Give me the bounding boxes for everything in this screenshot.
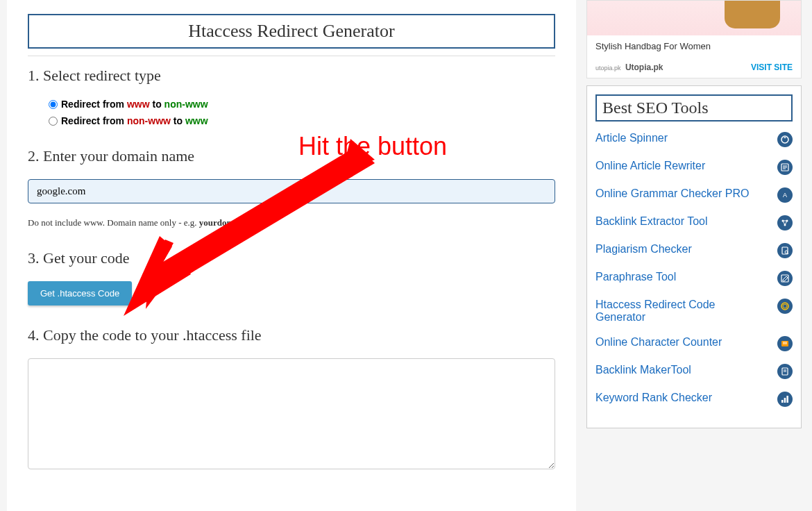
svg-marker-3: [124, 236, 191, 316]
radio-option-www-to-nonwww[interactable]: Redirect from www to non-www: [49, 99, 555, 110]
grammar-icon: A: [777, 187, 793, 203]
ad-footer: utopia.pk Utopia.pk VISIT SITE: [587, 57, 801, 78]
radio-label-1: Redirect from www to non-www: [61, 99, 208, 110]
svg-marker-5: [784, 137, 786, 138]
backlink-icon: [777, 215, 793, 231]
svg-rect-30: [786, 396, 788, 403]
ad-brand: utopia.pk Utopia.pk: [595, 62, 663, 72]
rank-icon: [777, 392, 793, 407]
tool-link[interactable]: Online Article Rewriter: [595, 160, 705, 172]
domain-hint: Do not include www. Domain name only - e…: [28, 217, 555, 228]
tool-item[interactable]: Article Spinner: [595, 132, 793, 147]
radio-option-nonwww-to-www[interactable]: Redirect from non-www to www: [49, 115, 555, 126]
tools-heading-box: Best SEO Tools: [595, 94, 793, 122]
tools-heading: Best SEO Tools: [602, 99, 786, 117]
tool-link[interactable]: Backlink MakerTool: [595, 364, 691, 376]
maker-icon: [777, 364, 793, 379]
tool-link[interactable]: Online Grammar Checker PRO: [595, 187, 749, 200]
svg-rect-28: [781, 400, 784, 403]
htaccess-output[interactable]: [28, 358, 555, 469]
tool-item[interactable]: Paraphrase Tool: [595, 271, 793, 286]
svg-line-15: [783, 221, 785, 225]
svg-line-16: [785, 221, 787, 225]
get-htaccess-button[interactable]: Get .htaccess Code: [28, 281, 132, 305]
tool-link[interactable]: Article Spinner: [595, 132, 668, 144]
plagiarism-icon: [777, 243, 793, 258]
spinner-icon: [777, 132, 793, 147]
tool-item[interactable]: Backlink Extractor Tool: [595, 215, 793, 231]
tool-link[interactable]: Htaccess Redirect Code Generator: [595, 299, 755, 324]
ad-text: Stylish Handbag For Women: [587, 35, 801, 57]
svg-rect-29: [784, 398, 786, 403]
visit-site-link[interactable]: VISIT SITE: [751, 62, 793, 72]
sidebar: Stylish Handbag For Women utopia.pk Utop…: [586, 0, 802, 511]
step2-heading: 2. Enter your domain name: [28, 147, 555, 165]
rewrite-icon: [777, 160, 793, 175]
page-title-box: Htaccess Redirect Generator: [28, 14, 555, 49]
radio-www-to-nonwww[interactable]: [49, 100, 58, 109]
tool-item[interactable]: Plagiarism Checker: [595, 243, 793, 258]
radio-label-2: Redirect from non-www to www: [61, 115, 208, 126]
ad-banner[interactable]: Stylish Handbag For Women utopia.pk Utop…: [586, 0, 802, 78]
tool-link[interactable]: Paraphrase Tool: [595, 271, 676, 283]
tool-item[interactable]: Htaccess Redirect Code Generator: [595, 299, 793, 324]
handbag-icon: [725, 0, 780, 28]
tool-item[interactable]: Online Article Rewriter: [595, 160, 793, 175]
step1-heading: 1. Select redirect type: [28, 67, 555, 85]
tool-item[interactable]: Backlink MakerTool: [595, 364, 793, 379]
paraphrase-icon: [777, 271, 793, 286]
tools-list: Article SpinnerOnline Article RewriterOn…: [595, 132, 793, 407]
domain-input[interactable]: [28, 179, 555, 203]
tool-link[interactable]: Backlink Extractor Tool: [595, 215, 708, 228]
step4-heading: 4. Copy the code to your .htaccess file: [28, 326, 555, 344]
counter-icon: [777, 336, 793, 351]
page-title: Htaccess Redirect Generator: [35, 21, 548, 42]
step3-heading: 3. Get your code: [28, 249, 555, 267]
main-content: Htaccess Redirect Generator 1. Select re…: [7, 0, 576, 511]
ad-image: [587, 1, 801, 35]
redirect-icon: [777, 299, 793, 314]
tool-item[interactable]: Keyword Rank Checker: [595, 392, 793, 407]
divider: [28, 56, 555, 56]
tool-link[interactable]: Keyword Rank Checker: [595, 392, 712, 404]
radio-nonwww-to-www[interactable]: [49, 117, 58, 126]
redirect-radio-group: Redirect from www to non-www Redirect fr…: [49, 99, 555, 126]
tool-link[interactable]: Plagiarism Checker: [595, 243, 692, 255]
tools-panel: Best SEO Tools Article SpinnerOnline Art…: [586, 85, 802, 428]
tool-item[interactable]: Online Grammar Checker PROA: [595, 187, 793, 203]
tool-item[interactable]: Online Character Counter: [595, 336, 793, 351]
tool-link[interactable]: Online Character Counter: [595, 336, 722, 349]
svg-text:A: A: [783, 192, 787, 199]
